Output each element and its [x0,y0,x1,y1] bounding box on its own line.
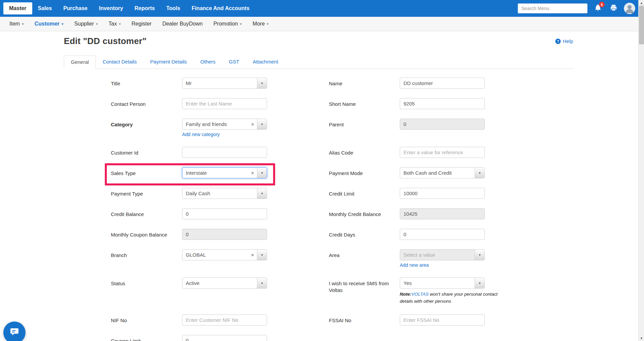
monthly-coupon-balance-input[interactable] [182,229,267,240]
sales-type-select[interactable]: Interstate×▾ [182,167,267,178]
add-new-area-link[interactable]: Add new area [400,262,429,268]
field-cell [400,208,573,219]
dropdown-arrow-icon[interactable]: ▾ [257,250,267,260]
top-navbar: MasterSalesPurchaseInventoryReportsTools… [0,0,644,17]
topnav-item-inventory[interactable]: Inventory [93,2,129,14]
tab-others[interactable]: Others [194,55,222,69]
tab-contact-details[interactable]: Contact Details [96,55,143,69]
subnav-item-label: Promotion [213,21,238,27]
selected-value: Family and friends [182,121,251,127]
credit-limit-input[interactable] [400,188,485,199]
scroll-up-icon[interactable]: ▲ [639,0,644,6]
subnav-item-customer[interactable]: Customer▾ [29,17,69,31]
subnav-item-more[interactable]: More▾ [247,17,274,31]
user-avatar[interactable] [624,3,635,14]
scrollbar-thumb[interactable] [639,6,644,44]
status-select[interactable]: Active▾ [182,278,267,289]
field-wrap: GLOBAL×▾ [182,249,329,260]
field-wrap [400,188,573,199]
branch-select[interactable]: GLOBAL×▾ [182,249,267,260]
field-label-credit-balance: Credit Balance [111,208,182,218]
dropdown-arrow-icon[interactable]: ▾ [257,168,267,178]
i-wish-to-receive-sms-from-voltas-select[interactable]: Yes▾ [400,278,485,289]
field-label-credit-days: Credit Days [329,229,400,238]
parent-input[interactable] [400,119,485,130]
payment-mode-select[interactable]: Both Cash and Credit▾ [400,167,485,178]
topnav-item-master[interactable]: Master [3,2,32,14]
tab-payment-details[interactable]: Payment Details [143,55,194,69]
help-link[interactable]: ? Help [555,38,573,44]
topnav-item-tools[interactable]: Tools [161,2,186,14]
field-cell [182,98,329,109]
credit-days-input[interactable] [400,229,485,240]
chevron-down-icon: ▾ [61,22,63,26]
name-input[interactable] [400,78,485,89]
monthly-credit-balance-input[interactable] [400,208,485,219]
clear-icon[interactable]: × [251,122,254,127]
dropdown-arrow-icon[interactable]: ▾ [257,188,267,199]
dropdown-arrow-icon[interactable]: ▾ [257,78,267,88]
field-wrap [182,208,329,219]
short-name-input[interactable] [400,98,485,109]
topnav-item-purchase[interactable]: Purchase [57,2,93,14]
subnav-item-label: Item [9,21,20,27]
field-label-alias-code: Alias Code [329,147,400,156]
payment-type-select[interactable]: Daily Cash▾ [182,188,267,199]
subnav-item-supplier[interactable]: Supplier▾ [69,17,103,31]
subnav-item-register[interactable]: Register [126,17,157,31]
form-row: StatusActive▾I wish to receive SMS from … [111,278,573,305]
notifications-button[interactable]: 5 [593,3,603,13]
tab-gst[interactable]: GST [222,55,246,69]
topnav-item-finance-and-accounts[interactable]: Finance And Accounts [186,2,255,14]
form-row: Sales TypeInterstate×▾Payment ModeBoth C… [111,167,573,178]
selected-value: Daily Cash [182,190,257,196]
scrollbar[interactable]: ▲ ▼ [638,0,644,341]
field-label-parent: Parent [329,119,400,128]
dropdown-arrow-icon[interactable]: ▾ [257,278,267,288]
search-input[interactable] [518,3,588,13]
field-cell: Both Cash and Credit▾ [400,167,573,178]
scroll-down-icon[interactable]: ▼ [639,335,644,341]
dropdown-arrow-icon[interactable]: ▾ [475,168,484,178]
alias-code-input[interactable] [400,147,485,158]
field-wrap: Yes▾Note:VOLTAS won't share your persona… [400,278,573,305]
chevron-down-icon: ▾ [22,22,24,26]
coupon-limit-input[interactable] [182,335,267,341]
subnav-item-label: Customer [35,21,60,27]
form-row: TitleMr▾Name [111,78,573,89]
dropdown-arrow-icon[interactable]: ▾ [257,119,267,129]
main-content: Edit "DD customer" ? Help GeneralContact… [64,36,573,341]
credit-balance-input[interactable] [182,208,267,219]
form-row: Customer IdAlias Code [111,147,573,158]
sms-disclaimer-note: Note:VOLTAS won't share your personal co… [400,291,511,305]
contact-person-input[interactable] [182,98,267,109]
chevron-down-icon: ▾ [119,22,121,26]
title-select[interactable]: Mr▾ [182,78,267,89]
field-cell: Select a value▾Add new area [400,249,573,268]
print-button[interactable] [608,3,618,13]
category-select[interactable]: Family and friends×▾ [182,119,267,130]
nif-no-input[interactable] [182,314,267,326]
subnav-item-tax[interactable]: Tax▾ [103,17,126,31]
tab-bar: GeneralContact DetailsPayment DetailsOth… [64,55,573,69]
customer-id-input[interactable] [182,147,267,158]
dropdown-arrow-icon[interactable]: ▾ [475,278,484,288]
tab-attachment[interactable]: Attachment [246,55,285,69]
area-select[interactable]: Select a value▾ [400,249,485,260]
chat-button[interactable] [3,322,26,341]
fssai-no-input[interactable] [400,314,485,326]
add-new-category-link[interactable]: Add new category [182,132,220,137]
tab-general[interactable]: General [64,55,96,69]
field-cell [400,229,573,240]
subnav-item-item[interactable]: Item▾ [4,17,29,31]
field-wrap [400,147,573,158]
field-cell: Active▾ [182,278,329,289]
clear-icon[interactable]: × [251,171,254,175]
subnav-item-promotion[interactable]: Promotion▾ [208,17,247,31]
dropdown-arrow-icon[interactable]: ▾ [475,250,484,260]
subnav-item-dealer-buydown[interactable]: Dealer BuyDown [157,17,208,31]
topnav-item-reports[interactable]: Reports [129,2,160,14]
topnav-item-sales[interactable]: Sales [32,2,58,14]
clear-icon[interactable]: × [251,253,254,257]
top-nav-right: 5 [518,3,635,14]
